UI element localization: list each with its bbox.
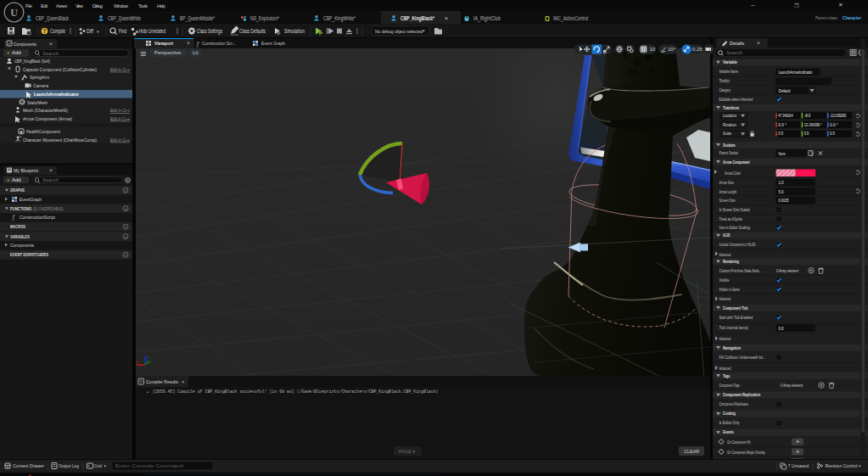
svg-text:EventGraph: EventGraph [20, 197, 42, 202]
svg-text:▾: ▾ [104, 463, 107, 468]
svg-text:Is Editor Only: Is Editor Only [720, 420, 740, 425]
svg-text:Compiler Results: Compiler Results [146, 378, 178, 384]
svg-text:MACROS: MACROS [10, 224, 25, 229]
svg-text:Category: Category [720, 87, 731, 92]
svg-text:No debug object selected: No debug object selected [375, 28, 423, 34]
svg-text:Tools: Tools [138, 3, 148, 8]
svg-text:+: + [125, 253, 127, 257]
svg-text:Arrow Component (Arrow): Arrow Component (Arrow) [23, 115, 72, 121]
svg-text:Advanced: Advanced [720, 336, 731, 341]
svg-text:Capsule Component (CollisionCy: Capsule Component (CollisionCylinder) [23, 66, 97, 72]
svg-text:On Component Begin Overlap: On Component Begin Overlap [727, 450, 765, 455]
svg-text:BP_QueenMissile*: BP_QueenMissile* [180, 15, 215, 22]
svg-text:Hidden in Game: Hidden in Game [720, 287, 740, 292]
svg-text:Simulation: Simulation [284, 28, 305, 34]
svg-text:×: × [757, 40, 760, 46]
svg-text:Advanced: Advanced [720, 296, 731, 301]
svg-text:Arrow Length: Arrow Length [720, 189, 737, 194]
svg-text:FUNCTIONS (31 OVERRIDABLE): FUNCTIONS (31 OVERRIDABLE) [10, 206, 64, 211]
svg-text:Character: Character [843, 15, 862, 20]
svg-text:View: View [76, 3, 84, 8]
svg-text:Events: Events [723, 429, 734, 434]
svg-text:×: × [445, 15, 448, 21]
svg-text:VARIABLES: VARIABLES [10, 234, 30, 239]
svg-text:Arrow Component: Arrow Component [723, 160, 750, 165]
svg-text:IMC_ActionControl: IMC_ActionControl [553, 15, 588, 22]
svg-text:Components: Components [14, 41, 36, 47]
svg-text:Custom Primitive Data Defa...: Custom Primitive Data Defa... [720, 268, 762, 273]
svg-text:Cooking: Cooking [723, 411, 736, 416]
svg-text:Class Defaults: Class Defaults [239, 28, 266, 34]
svg-text:Screen Size: Screen Size [720, 198, 736, 203]
svg-text:ƒ: ƒ [12, 214, 15, 221]
svg-text:Component Replication: Component Replication [723, 392, 760, 397]
svg-text:Window: Window [114, 3, 129, 8]
svg-text:Sockets: Sockets [723, 143, 736, 148]
svg-text:+: + [125, 188, 127, 193]
svg-text:0 Array element: 0 Array element [776, 268, 798, 273]
svg-text:Search: Search [726, 50, 742, 55]
svg-text:HealthComponent: HealthComponent [26, 128, 60, 134]
svg-text:Class Settings: Class Settings [197, 28, 223, 35]
svg-text:Navigation: Navigation [723, 345, 741, 350]
svg-text:CBP_KingWhite*: CBP_KingWhite* [323, 15, 356, 22]
svg-text:Parent Socket: Parent Socket [720, 150, 739, 155]
svg-text:+: + [796, 439, 799, 445]
svg-text:Edit in C++: Edit in C++ [110, 67, 130, 72]
svg-text:0.0 °: 0.0 ° [778, 122, 787, 127]
svg-text:CBP_KingBlack (Self): CBP_KingBlack (Self) [14, 58, 50, 64]
svg-text:5.0: 5.0 [779, 189, 784, 194]
svg-text:0.0025: 0.0025 [779, 198, 789, 203]
svg-text:Component Replicates: Component Replicates [720, 401, 749, 406]
svg-text:Rendering: Rendering [723, 259, 739, 264]
svg-text:Use in Editor Scaling: Use in Editor Scaling [720, 225, 750, 230]
svg-text:Components: Components [10, 243, 34, 248]
svg-text:NS_Explosion*: NS_Explosion* [250, 15, 279, 22]
svg-text:Variable: Variable [723, 59, 737, 64]
svg-text:Edit in C++: Edit in C++ [110, 108, 130, 113]
svg-text:Component Tick: Component Tick [723, 305, 748, 311]
svg-text:Parent class:: Parent class: [815, 15, 838, 20]
svg-text:Rotation: Rotation [723, 122, 736, 127]
svg-text:Diff: Diff [87, 28, 93, 34]
svg-text:Advanced: Advanced [720, 252, 731, 257]
svg-text:SpringArm: SpringArm [30, 74, 49, 80]
svg-text:Find: Find [119, 28, 126, 34]
svg-text:Transform: Transform [723, 105, 739, 110]
svg-text:File: File [25, 3, 32, 8]
svg-text:Treat as ASprite: Treat as ASprite [720, 216, 743, 221]
svg-text:Arrow Color: Arrow Color [725, 171, 741, 176]
svg-text:0.25: 0.25 [692, 47, 703, 52]
svg-text:Tooltip: Tooltip [720, 78, 730, 83]
svg-text:Event Graph: Event Graph [261, 40, 285, 46]
svg-text:?: ? [43, 28, 47, 34]
svg-text:0.5: 0.5 [778, 131, 783, 136]
svg-text:LaunchArrowIndicator: LaunchArrowIndicator [34, 91, 79, 97]
svg-text:0 Array element: 0 Array element [781, 383, 803, 388]
svg-text:Help: Help [157, 3, 165, 8]
svg-text:On Component Hit: On Component Hit [727, 440, 751, 445]
svg-text:Hide Unrelated: Hide Unrelated [139, 28, 165, 34]
svg-text:0.0 °: 0.0 ° [830, 122, 838, 127]
svg-text:10: 10 [650, 47, 656, 52]
svg-text:×: × [49, 167, 53, 173]
svg-text:-8.0: -8.0 [804, 113, 811, 118]
svg-text:ƒ: ƒ [196, 41, 199, 48]
svg-text:Details: Details [730, 40, 744, 46]
svg-text:+: + [125, 235, 127, 239]
svg-text:None: None [779, 151, 786, 156]
svg-text:Tick Interval (secs): Tick Interval (secs) [720, 325, 749, 330]
svg-text:Character Movement (CharMoveCo: Character Movement (CharMoveComp) [23, 137, 97, 143]
svg-text:Output Log: Output Log [59, 463, 79, 468]
svg-text:▾: ▾ [859, 463, 861, 468]
svg-text:Edit: Edit [41, 3, 48, 8]
svg-text:1.0: 1.0 [779, 180, 784, 185]
svg-text:EVENT DISPATCHERS: EVENT DISPATCHERS [10, 252, 48, 257]
svg-text:0.0: 0.0 [779, 326, 784, 331]
svg-text:Construction Scr...: Construction Scr... [202, 40, 236, 46]
svg-text:7 Unsaved: 7 Unsaved [788, 463, 809, 468]
svg-text:Camera: Camera [33, 82, 48, 88]
svg-text:Include Component in HLOD: Include Component in HLOD [720, 242, 756, 247]
svg-text:Edit in C++: Edit in C++ [110, 116, 130, 121]
svg-text:47.349164: 47.349164 [778, 113, 792, 118]
